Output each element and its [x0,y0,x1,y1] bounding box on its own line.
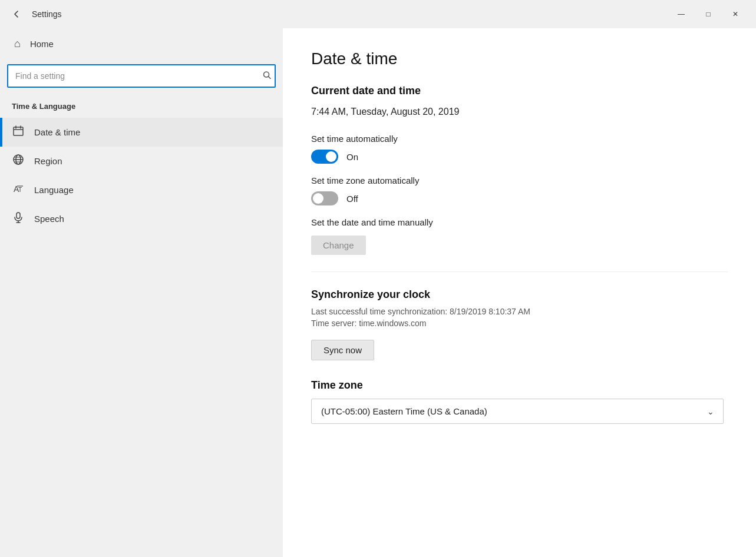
sync-last-label: Last successful time synchronization: 8/… [311,307,728,316]
sidebar-language-label: Language [34,185,74,195]
sidebar: ⌂ Home Time & Language [0,28,283,557]
app-body: ⌂ Home Time & Language [0,28,756,557]
search-box [7,64,276,88]
svg-text:T: T [18,187,22,193]
sync-now-button[interactable]: Sync now [311,340,374,360]
home-label: Home [30,39,54,49]
svg-line-1 [269,77,271,79]
timezone-wrapper: (UTC-05:00) Eastern Time (US & Canada) (… [311,399,724,424]
set-timezone-auto-toggle[interactable] [311,191,338,205]
change-button: Change [311,236,366,255]
sidebar-date-time-label: Date & time [34,127,80,137]
titlebar: Settings — □ ✕ [0,0,756,28]
set-timezone-auto-state: Off [346,194,358,204]
sidebar-region-label: Region [34,156,62,166]
page-title: Date & time [311,49,728,68]
set-timezone-auto-label: Set time zone automatically [311,175,728,185]
set-manually-row: Set the date and time manually Change [311,217,728,255]
sidebar-item-speech[interactable]: Speech [0,204,283,233]
sidebar-item-date-time[interactable]: Date & time [0,118,283,147]
close-button[interactable]: ✕ [722,5,749,24]
timezone-heading: Time zone [311,379,728,392]
search-button[interactable] [263,71,271,81]
back-button[interactable] [7,5,26,24]
sync-section: Synchronize your clock Last successful t… [311,271,728,377]
window-controls: — □ ✕ [668,5,749,24]
set-time-auto-row: Set time automatically On [311,134,728,164]
sidebar-speech-label: Speech [34,214,64,224]
home-icon: ⌂ [14,38,21,50]
search-input[interactable] [7,64,276,88]
current-datetime: 7:44 AM, Tuesday, August 20, 2019 [311,107,728,117]
set-time-auto-toggle-row: On [311,150,728,164]
sidebar-item-home[interactable]: ⌂ Home [5,31,278,57]
svg-rect-14 [16,213,20,218]
set-time-auto-label: Set time automatically [311,134,728,144]
set-time-auto-toggle[interactable] [311,150,338,164]
app-title: Settings [32,9,62,19]
sync-heading: Synchronize your clock [311,289,728,301]
sync-server-label: Time server: time.windows.com [311,319,728,328]
content-area: Date & time Current date and time 7:44 A… [283,28,756,557]
set-time-auto-state: On [346,152,358,162]
maximize-button[interactable]: □ [695,5,722,24]
timezone-select[interactable]: (UTC-05:00) Eastern Time (US & Canada) (… [311,399,724,424]
mic-icon [12,211,25,226]
minimize-button[interactable]: — [668,5,695,24]
set-manually-label: Set the date and time manually [311,217,728,227]
svg-rect-2 [14,127,23,135]
sidebar-section-title: Time & Language [0,97,283,115]
calendar-icon [12,125,25,140]
current-section-heading: Current date and time [311,85,728,97]
globe-icon [12,154,25,168]
sidebar-item-region[interactable]: Region [0,147,283,175]
set-timezone-auto-row: Set time zone automatically Off [311,175,728,205]
sidebar-item-language[interactable]: A T Language [0,175,283,204]
language-icon: A T [12,183,25,197]
timezone-section: Time zone (UTC-05:00) Eastern Time (US &… [311,379,728,424]
set-timezone-auto-toggle-row: Off [311,191,728,205]
